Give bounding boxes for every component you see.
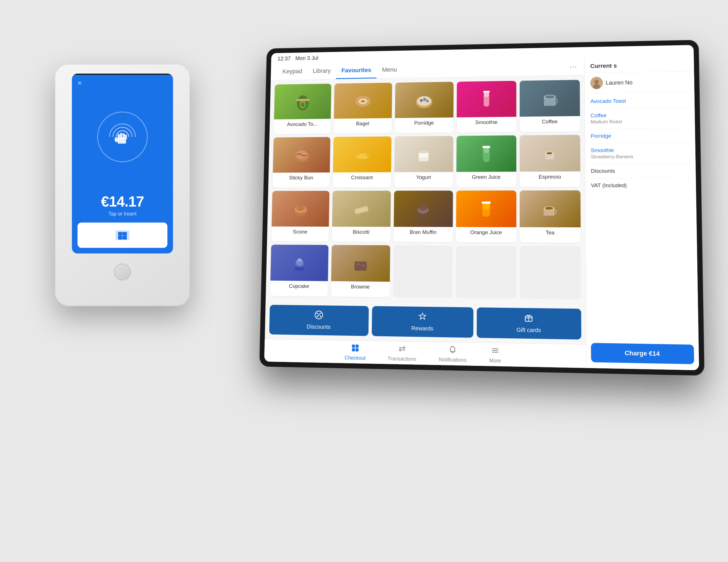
discounts-icon <box>314 311 323 322</box>
svg-rect-10 <box>123 236 127 239</box>
product-name-greenjuice: Green Juice <box>470 172 502 182</box>
date-display: Mon 3 Jul <box>295 55 318 61</box>
order-item-sub-smoothie: Strawberry-Banana <box>591 153 690 160</box>
notifications-icon <box>449 346 456 356</box>
home-button[interactable] <box>114 263 131 280</box>
product-cupcake[interactable]: Cupcake <box>270 245 329 297</box>
customer-avatar <box>590 77 603 89</box>
terminal-bottom <box>58 258 187 286</box>
order-item-smoothie[interactable]: Smoothie Strawberry-Banana <box>585 144 696 163</box>
product-brownie[interactable]: Brownie <box>331 245 390 297</box>
svg-rect-25 <box>483 91 490 92</box>
product-image-tea <box>520 190 581 227</box>
nav-checkout[interactable]: Checkout <box>345 344 366 361</box>
discounts-meta-label: Discounts <box>591 167 690 174</box>
vat-meta-label: VAT (Included) <box>591 182 690 188</box>
tab-favourites[interactable]: Favourites <box>336 62 377 79</box>
tablet: 12:37 Mon 3 Jul Keypad Library Favourite… <box>260 40 704 375</box>
product-sticky-bun[interactable]: Sticky Bun <box>272 137 330 187</box>
order-item-name-smoothie: Smoothie <box>591 147 690 154</box>
tap-text: Tap or Insert <box>101 211 144 217</box>
tab-keypad[interactable]: Keypad <box>277 63 308 80</box>
nav-transactions[interactable]: Transactions <box>388 345 416 362</box>
product-image-espresso <box>520 135 580 172</box>
order-item-avocado[interactable]: Avocado Toast <box>585 94 695 107</box>
nav-checkout-label: Checkout <box>345 355 366 361</box>
product-name-coffee: Coffee <box>540 116 559 127</box>
tablet-frame: 12:37 Mon 3 Jul Keypad Library Favourite… <box>260 40 704 375</box>
product-image-brownie <box>331 245 390 282</box>
scene: × <box>55 42 673 520</box>
terminal-screen: × <box>72 74 173 253</box>
product-grid: Avocado To... Bagel <box>266 75 586 304</box>
product-image-cupcake <box>270 245 329 281</box>
order-item-name-coffee: Coffee <box>590 111 689 119</box>
order-item-coffee[interactable]: Coffee Medium Roast <box>585 108 695 127</box>
svg-point-49 <box>419 205 428 210</box>
giftcards-button[interactable]: Gift cards <box>477 308 581 340</box>
product-name-biscotti: Biscotti <box>351 226 371 237</box>
tab-library[interactable]: Library <box>307 62 336 79</box>
product-image-branmuffin <box>394 190 453 227</box>
product-name-branmuffin: Bran Muffin <box>408 227 438 237</box>
order-item-name-porridge: Porridge <box>591 132 689 139</box>
svg-rect-1 <box>118 134 120 139</box>
product-espresso[interactable]: Espresso <box>520 135 580 187</box>
order-item-porridge[interactable]: Porridge <box>585 129 695 142</box>
empty-slot-3 <box>520 246 581 299</box>
app-content: Keypad Library Favourites Menu ··· <box>264 56 699 370</box>
empty-slot-1 <box>393 245 453 298</box>
order-vat: VAT (Included) <box>585 179 696 192</box>
chip-icon <box>114 228 131 242</box>
svg-rect-4 <box>125 135 127 139</box>
product-coffee[interactable]: Coffee <box>520 80 580 132</box>
product-yogurt[interactable]: Yogurt <box>394 136 453 187</box>
nav-more[interactable]: More <box>489 347 501 364</box>
product-bagel[interactable]: Bagel <box>334 83 392 133</box>
svg-point-55 <box>545 207 553 210</box>
order-header: Current s <box>584 56 694 73</box>
product-name-orangejuice: Orange Juice <box>468 227 504 238</box>
giftcards-label: Gift cards <box>517 327 541 334</box>
product-name-yogurt: Yogurt <box>414 172 433 183</box>
product-scone[interactable]: Scone <box>271 191 329 242</box>
product-name-croissant: Croissant <box>349 172 375 183</box>
product-name-smoothie: Smoothie <box>474 117 499 127</box>
product-green-juice[interactable]: Green Juice <box>456 135 516 187</box>
nav-notifications-label: Notifications <box>439 357 467 363</box>
side-button[interactable] <box>190 121 193 138</box>
svg-rect-72 <box>352 345 355 348</box>
product-smoothie[interactable]: Smoothie <box>457 81 516 133</box>
nav-notifications[interactable]: Notifications <box>439 346 467 363</box>
discounts-button[interactable]: Discounts <box>269 305 368 336</box>
nav-more-label: More <box>489 358 501 364</box>
product-croissant[interactable]: Croissant <box>333 136 392 187</box>
product-avocado-toast[interactable]: Avocado To... <box>274 84 331 134</box>
product-porridge[interactable]: Porridge <box>395 82 454 133</box>
rewards-label: Rewards <box>411 325 433 332</box>
tab-menu[interactable]: Menu <box>377 61 402 78</box>
product-tea[interactable]: Tea <box>520 190 581 243</box>
more-icon <box>491 347 499 357</box>
charge-button[interactable]: Charge €14 <box>591 343 694 364</box>
contactless-svg <box>103 117 142 156</box>
contactless-circle <box>97 111 148 162</box>
rewards-button[interactable]: Rewards <box>372 306 474 338</box>
close-icon[interactable]: × <box>78 79 82 86</box>
checkout-icon <box>351 344 359 354</box>
svg-rect-9 <box>118 236 122 239</box>
card-slot <box>78 222 167 248</box>
terminal-body: × <box>55 65 190 306</box>
product-orange-juice[interactable]: Orange Juice <box>456 190 516 242</box>
svg-rect-8 <box>123 232 127 235</box>
svg-rect-7 <box>118 232 122 235</box>
svg-rect-63 <box>356 263 360 265</box>
action-buttons-row: Discounts Rewards <box>265 301 586 345</box>
product-bran-muffin[interactable]: Bran Muffin <box>393 190 453 242</box>
product-biscotti[interactable]: Biscotti <box>332 190 391 242</box>
product-name-porridge: Porridge <box>413 118 436 128</box>
transactions-icon <box>398 345 406 355</box>
more-menu-button[interactable]: ··· <box>570 62 577 71</box>
nav-transactions-label: Transactions <box>388 356 416 362</box>
svg-rect-75 <box>356 348 359 351</box>
